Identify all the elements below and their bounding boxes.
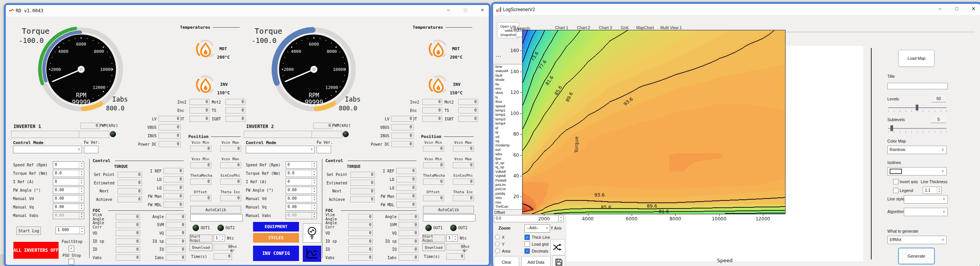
checkbox-load-grid[interactable] <box>524 241 530 247</box>
line-thickness-spinner[interactable]: 1.1 ▲▼ <box>923 187 942 194</box>
inv-config-button[interactable]: INV CONFIG <box>253 246 299 261</box>
spin-input[interactable]: 0.00▲▼ <box>286 195 317 202</box>
line-style-dropdown[interactable] <box>904 195 948 204</box>
position-label: Vcos Max <box>453 157 473 161</box>
zoom-radio-x[interactable] <box>495 235 500 240</box>
spin-input[interactable]: 0.00▲▼ <box>53 195 84 202</box>
status-field-2 <box>79 131 109 138</box>
readout-label: LQ <box>378 186 396 190</box>
torque-col-label: TORQUE <box>114 164 128 169</box>
idea-button[interactable] <box>303 223 321 243</box>
spin-input[interactable]: 0▲▼ <box>53 161 84 169</box>
tab-chart-1[interactable]: Chart 1 <box>555 25 568 30</box>
clear-button[interactable]: Clear <box>494 256 519 266</box>
tab-grid[interactable]: Grid <box>621 25 629 30</box>
algorithm-dropdown[interactable] <box>904 208 948 216</box>
position-label: Vsin Max <box>453 140 473 144</box>
foc-label: Iabs <box>149 256 166 260</box>
spin-label: Manual Vabs <box>246 213 286 218</box>
foc-rows: Vlim Angle0Angle0Angle Corr0SVM0VD0VQ0ID… <box>325 213 418 262</box>
fw-ver-label: Fw Ver. <box>317 140 333 144</box>
psu-stop-checkbox[interactable] <box>69 259 74 264</box>
contour-plot[interactable]: 73.677.681.685.689.693.693.685.689.681.6… <box>522 30 785 213</box>
time-label: Time(s) <box>424 255 440 259</box>
map-title-input[interactable] <box>887 83 948 89</box>
readout-value: 0 <box>350 172 375 178</box>
cycles-button[interactable]: CYCLES <box>253 233 299 243</box>
checkbox-decimals[interactable]: ✓ <box>524 248 530 254</box>
isolines-dropdown[interactable] <box>887 167 947 176</box>
invert-axis-checkbox[interactable] <box>893 179 898 184</box>
sublevels-value[interactable]: 5 <box>931 116 946 123</box>
download-button[interactable]: Download <box>422 243 445 251</box>
add-data-button[interactable]: Add Data <box>521 256 550 266</box>
start-acqui-button[interactable]: Start Acqui <box>189 235 212 242</box>
readout-value: 0 <box>391 141 413 147</box>
autocalib-button[interactable]: AutoCalib <box>423 206 474 213</box>
readout-row: FW Man0 <box>378 192 416 200</box>
waveform-button[interactable] <box>303 246 321 262</box>
what-to-generate-dropdown[interactable]: EffMot <box>887 236 947 244</box>
sublevels-slider[interactable] <box>888 128 947 129</box>
maximize-icon[interactable]: □ <box>462 7 469 13</box>
load-map-button[interactable]: Load Map <box>898 50 934 67</box>
autocalib-result-field <box>423 214 475 222</box>
save-button[interactable] <box>552 256 565 266</box>
readout-label: Next <box>325 189 350 193</box>
spin-input[interactable]: 0▲▼ <box>53 178 84 186</box>
close-icon[interactable]: ✕ <box>479 7 486 13</box>
spin-input[interactable]: 0▲▼ <box>286 178 317 186</box>
control-mode-dropdown[interactable] <box>246 146 315 153</box>
control-mode-dropdown[interactable] <box>13 146 82 153</box>
svg-text:2000: 2000 <box>284 67 294 72</box>
ls-titlebar[interactable]: LogScreenerV2 – □ ✕ <box>493 4 980 16</box>
download-button[interactable]: Download <box>189 243 212 251</box>
start-log-button[interactable]: Start Log <box>16 227 41 235</box>
temp-readout-rows: Inv20Mot20Enc0T50ROT0IGBT0 <box>410 98 478 123</box>
generate-button[interactable]: Generate <box>898 248 935 264</box>
autocalib-button[interactable]: AutoCalib <box>190 206 241 213</box>
ntc-spinner[interactable]: 1▲▼ <box>446 235 458 241</box>
checkbox-thick-line[interactable]: ✓ <box>524 235 530 240</box>
all-inverters-off-button[interactable]: ALL INVERTERS OFF <box>13 242 59 259</box>
equipment-button[interactable]: EQUIPMENT <box>253 222 299 232</box>
list-menu-dots[interactable]: ... <box>496 53 502 57</box>
spin-input[interactable]: 0.0▲▼ <box>53 170 84 177</box>
tab-chart-3[interactable]: Chart 3 <box>599 25 612 30</box>
ntc-spinner[interactable]: 1▲▼ <box>214 235 225 241</box>
spin-input[interactable]: 0.0▲▼ <box>286 170 317 177</box>
add-series-dropdown[interactable]: --Add-- <box>524 224 550 233</box>
maximize-icon[interactable]: □ <box>953 6 960 11</box>
minimize-icon[interactable]: – <box>936 6 943 11</box>
colormap-dropdown[interactable]: Rainbow <box>887 146 947 154</box>
legend-checkbox[interactable] <box>893 188 898 193</box>
spin-input[interactable]: 0▲▼ <box>286 161 317 169</box>
rd-titlebar[interactable]: RD v1.0043 – □ ✕ <box>6 5 489 17</box>
spin-input[interactable]: 0.00▲▼ <box>286 204 317 211</box>
position-value: 0 <box>220 146 241 152</box>
readout-row: Next0 <box>93 187 142 195</box>
spin-input[interactable]: 0.00▲▼ <box>286 187 317 194</box>
position-value: 0 <box>423 179 444 185</box>
zoom-radio-area[interactable] <box>495 248 500 253</box>
start-acqui-button[interactable]: Start Acqui <box>422 235 445 242</box>
tab-multi-view-1[interactable]: Multi View 1 <box>660 25 682 30</box>
position-label: SinCosPhi <box>220 173 240 177</box>
spin-input[interactable]: 0.00▲▼ <box>53 204 84 211</box>
close-icon[interactable]: ✕ <box>970 6 977 11</box>
iabs-value: 800.0 <box>339 105 357 112</box>
faultstop-checkbox[interactable]: ✓ <box>69 246 74 251</box>
minimize-icon[interactable]: – <box>445 7 452 13</box>
foc-value: 0 <box>166 230 186 236</box>
tab-chart-2[interactable]: Chart 2 <box>577 25 590 30</box>
reference-spin-row: FW Angle (°)0.00▲▼ <box>246 186 326 194</box>
levels-value[interactable]: 50 <box>931 95 946 102</box>
spin-input[interactable]: 0.00▲▼ <box>53 187 84 194</box>
log-rate-spinner[interactable]: 1.000▲▼ <box>56 227 85 234</box>
zoom-radio-y[interactable] <box>495 241 500 246</box>
shuffle-button[interactable] <box>550 239 565 255</box>
foc-value: 0 <box>116 214 140 220</box>
levels-slider[interactable] <box>888 107 947 108</box>
control-section: Control TORQUE Set Point0Estimated0Next0… <box>93 157 187 207</box>
readout-row: LV0 <box>134 115 181 123</box>
